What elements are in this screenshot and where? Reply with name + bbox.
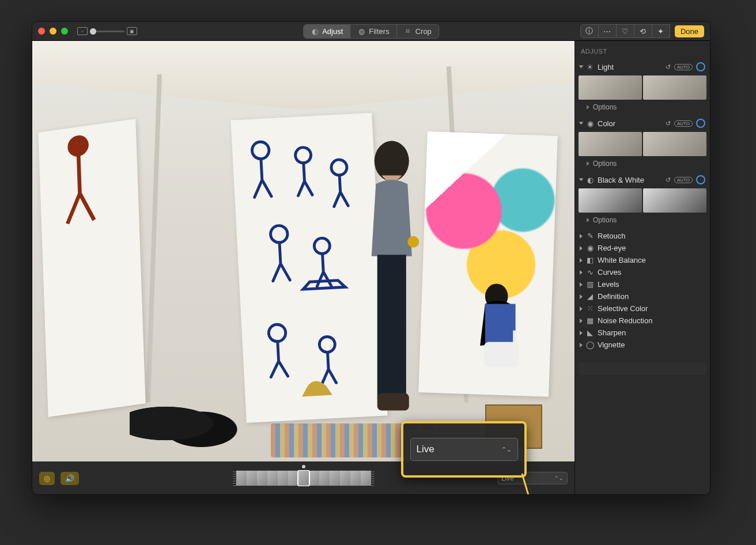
light-options[interactable]: Options (579, 102, 706, 115)
svg-rect-16 (513, 330, 517, 349)
svg-point-5 (313, 238, 330, 254)
chevron-updown-icon: ⌃⌄ (554, 475, 564, 481)
rotate-button[interactable]: ⟲ (634, 24, 652, 38)
section-bw: ◐ Black & White ↺ AUTO Options (579, 173, 706, 228)
disclosure-icon (579, 122, 584, 125)
enable-ring[interactable] (696, 62, 705, 71)
levels-icon: ▥ (586, 281, 594, 289)
adjust-icon: ◐ (311, 27, 319, 35)
color-thumbs[interactable] (579, 132, 706, 156)
section-vignette[interactable]: ◯Vignette (579, 339, 706, 351)
photo-preview[interactable] (32, 41, 574, 461)
speaker-icon: 🔊 (65, 474, 74, 483)
auto-button[interactable]: AUTO (674, 64, 693, 70)
bw-icon: ◐ (586, 176, 594, 184)
section-color-header[interactable]: ◉ Color ↺ AUTO (579, 117, 706, 130)
live-photo-badge-button[interactable]: ◎ (39, 472, 55, 485)
section-bw-label: Black & White (598, 176, 644, 184)
section-light-header[interactable]: ☀ Light ↺ AUTO (579, 60, 706, 73)
tab-filters-label: Filters (369, 27, 389, 36)
section-bw-header[interactable]: ◐ Black & White ↺ AUTO (579, 173, 706, 186)
noise-icon: ▦ (586, 317, 594, 325)
section-color: ◉ Color ↺ AUTO Options (579, 117, 706, 171)
minimize-window-button[interactable] (50, 28, 56, 35)
section-sharpen[interactable]: ◣Sharpen (579, 327, 706, 339)
svg-point-8 (375, 141, 409, 181)
disclosure-icon (579, 179, 584, 181)
tab-crop-label: Crop (415, 27, 432, 36)
section-noise[interactable]: ▦Noise Reduction (579, 315, 706, 327)
annotation-callout: Live ⌃⌄ (401, 421, 527, 478)
adjust-sidebar: ADJUST ☀ Light ↺ AUTO Options (574, 41, 710, 494)
zoom-in-icon[interactable]: ▣ (127, 27, 137, 35)
section-curves[interactable]: ∿Curves (579, 266, 706, 278)
tab-crop[interactable]: ⌗ Crop (397, 25, 439, 38)
reset-icon[interactable]: ↺ (666, 120, 671, 127)
window-controls (38, 28, 68, 35)
curves-icon: ∿ (586, 268, 594, 277)
svg-point-2 (295, 147, 311, 164)
svg-point-6 (268, 324, 286, 342)
titlebar: ▫ ▣ ◐ Adjust ◍ Filters ⌗ Crop ⓘ (32, 22, 710, 41)
edit-mode-tabs: ◐ Adjust ◍ Filters ⌗ Crop (303, 24, 439, 39)
callout-label: Live (417, 444, 434, 455)
svg-point-3 (331, 160, 347, 176)
retouch-icon: ✎ (586, 232, 594, 240)
zoom-control: ▫ ▣ (77, 27, 137, 35)
light-thumbs[interactable] (579, 75, 706, 100)
section-levels[interactable]: ▥Levels (579, 278, 706, 290)
enable-ring[interactable] (696, 175, 705, 184)
color-options[interactable]: Options (579, 158, 706, 171)
favorite-button[interactable]: ♡ (617, 24, 634, 38)
bw-thumbs[interactable] (579, 188, 706, 213)
canvas-area: ◎ 🔊 Live ⌃⌄ (32, 41, 574, 494)
zoom-out-icon[interactable]: ▫ (77, 27, 88, 35)
tab-filters[interactable]: ◍ Filters (350, 25, 396, 38)
svg-point-0 (69, 136, 87, 156)
info-button[interactable]: ⓘ (580, 24, 599, 38)
auto-button[interactable]: AUTO (674, 177, 693, 183)
svg-point-7 (319, 336, 335, 353)
live-badge-icon: ◎ (44, 474, 50, 483)
section-color-label: Color (598, 119, 615, 128)
rotate-icon: ⟲ (640, 27, 646, 36)
enable-ring[interactable] (696, 119, 705, 128)
selected-frame[interactable] (298, 471, 309, 486)
section-retouch[interactable]: ✎Retouch (579, 230, 706, 242)
tab-adjust[interactable]: ◐ Adjust (304, 25, 350, 38)
svg-point-4 (270, 225, 288, 243)
key-frame-marker (302, 465, 305, 468)
section-redeye[interactable]: ◉Red-eye (579, 242, 706, 254)
fullscreen-window-button[interactable] (61, 28, 68, 35)
sharpen-icon: ◣ (586, 329, 594, 337)
audio-toggle-button[interactable]: 🔊 (61, 472, 79, 485)
svg-point-11 (407, 236, 419, 247)
info-icon: ⓘ (585, 26, 593, 36)
chevron-updown-icon: ⌃⌄ (501, 446, 512, 453)
svg-point-1 (251, 142, 269, 160)
section-definition[interactable]: ◢Definition (579, 290, 706, 302)
reset-icon[interactable]: ↺ (666, 176, 671, 184)
section-light: ☀ Light ↺ AUTO Options (579, 60, 706, 115)
auto-enhance-button[interactable]: ✦ (652, 24, 670, 38)
more-button[interactable]: ⋯ (599, 24, 617, 38)
more-icon: ⋯ (603, 27, 611, 36)
live-photo-filmstrip[interactable] (233, 470, 375, 486)
zoom-slider[interactable] (90, 31, 124, 32)
section-white-balance[interactable]: ◧White Balance (579, 254, 706, 266)
selective-icon: ⁙ (586, 305, 594, 313)
auto-button[interactable]: AUTO (674, 120, 693, 127)
heart-icon: ♡ (622, 27, 629, 36)
color-icon: ◉ (586, 119, 594, 127)
reset-adjustments-button[interactable] (579, 362, 706, 375)
done-button[interactable]: Done (675, 25, 704, 37)
sidebar-title: ADJUST (579, 44, 706, 60)
reset-icon[interactable]: ↺ (666, 63, 671, 71)
section-selective-color[interactable]: ⁙Selective Color (579, 302, 706, 315)
wand-icon: ✦ (657, 27, 664, 36)
callout-select[interactable]: Live ⌃⌄ (410, 438, 518, 461)
close-window-button[interactable] (38, 28, 45, 35)
photos-edit-window: ▫ ▣ ◐ Adjust ◍ Filters ⌗ Crop ⓘ (32, 22, 710, 494)
toolbar-right: ⓘ ⋯ ♡ ⟲ ✦ Done (580, 24, 704, 38)
bw-options[interactable]: Options (579, 215, 706, 228)
